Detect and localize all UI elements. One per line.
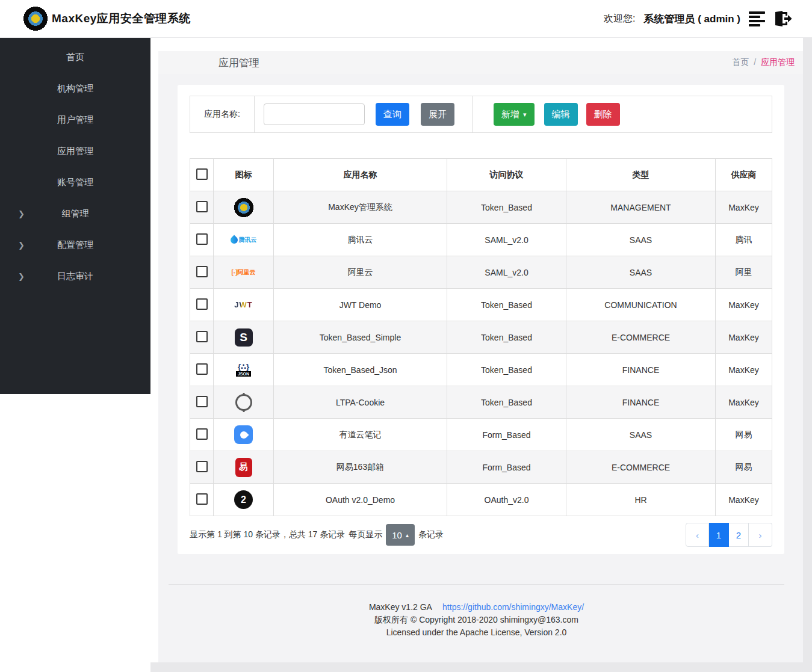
table-row[interactable]: 2OAuth v2.0_DemoOAuth_v2.0HRMaxKey <box>190 484 772 516</box>
app-name-cell: Token_Based_Json <box>274 354 447 386</box>
table-row[interactable]: 有道云笔记Form_BasedSAAS网易 <box>190 419 772 451</box>
protocol-cell: Token_Based <box>447 191 566 224</box>
edit-button[interactable]: 编辑 <box>544 103 578 126</box>
sidebar-item-0[interactable]: 首页 <box>0 42 150 73</box>
breadcrumb: 首页 / 应用管理 <box>732 57 795 68</box>
row-checkbox[interactable] <box>196 493 208 505</box>
current-user: 系统管理员 ( admin ) <box>643 12 740 26</box>
youdao-icon <box>230 422 258 448</box>
select-all-checkbox[interactable] <box>196 168 208 180</box>
search-toolbar: 应用名称: 查询 展开 新增▾ 编辑 删除 <box>190 96 772 133</box>
row-checkbox[interactable] <box>196 363 208 375</box>
type-cell: FINANCE <box>566 386 716 419</box>
vendor-cell: MaxKey <box>716 386 772 419</box>
table-row[interactable]: 腾讯云腾讯云SAML_v2.0SAAS腾讯 <box>190 224 772 256</box>
pager: ‹12› <box>686 523 772 547</box>
simple-icon: S <box>230 325 258 350</box>
chevron-right-icon: ❯ <box>18 272 25 281</box>
sidebar-item-7[interactable]: ❯日志审计 <box>0 260 150 292</box>
page-button-2[interactable]: 2 <box>729 523 749 547</box>
table-row[interactable]: MaxKey管理系统Token_BasedMANAGEMENTMaxKey <box>190 191 772 224</box>
row-checkbox[interactable] <box>196 331 208 342</box>
table-row[interactable]: LTPA-CookieToken_BasedFINANCEMaxKey <box>190 386 772 419</box>
maxkey-logo-icon <box>230 195 258 220</box>
caret-down-icon: ▾ <box>523 111 527 119</box>
vendor-cell: 腾讯 <box>716 224 772 256</box>
sidebar-item-4[interactable]: 账号管理 <box>0 167 150 198</box>
aliyun-icon: [-]阿里云 <box>230 260 258 285</box>
table-row[interactable]: [-]阿里云阿里云SAML_v2.0SAAS阿里 <box>190 256 772 289</box>
vendor-cell: 网易 <box>716 419 772 451</box>
sidebar-item-label: 账号管理 <box>57 177 93 188</box>
menu-icon[interactable] <box>749 11 765 26</box>
query-button[interactable]: 查询 <box>376 103 409 126</box>
table-row[interactable]: {∴}JSONToken_Based_JsonToken_BasedFINANC… <box>190 354 772 386</box>
sidebar-item-6[interactable]: ❯配置管理 <box>0 229 150 260</box>
footer-version-line: MaxKey v1.2 GA https://github.com/shimin… <box>169 601 784 614</box>
page-button-1[interactable]: 1 <box>709 523 729 547</box>
row-checkbox[interactable] <box>196 428 208 440</box>
json-icon: {∴}JSON <box>230 357 258 383</box>
oauth2-icon: 2 <box>230 487 258 513</box>
sidebar-item-3[interactable]: 应用管理 <box>0 135 150 167</box>
vertical-scrollbar-track[interactable] <box>803 38 812 672</box>
expand-button[interactable]: 展开 <box>421 103 454 126</box>
row-checkbox[interactable] <box>196 266 208 277</box>
maxkey-app-window: MaxKey应用安全管理系统 欢迎您: 系统管理员 ( admin ) 首页机构… <box>0 0 812 672</box>
sidebar-item-label: 配置管理 <box>57 239 93 251</box>
sidebar-item-label: 首页 <box>66 52 84 63</box>
body-row: 首页机构管理用户管理应用管理账号管理❯组管理❯配置管理❯日志审计 应用管理 首页… <box>0 38 812 672</box>
protocol-cell: SAML_v2.0 <box>447 256 566 289</box>
github-link[interactable]: https://github.com/shimingxy/MaxKey/ <box>442 602 584 612</box>
type-cell: COMMUNICATION <box>566 289 716 321</box>
protocol-cell: Token_Based <box>447 321 566 354</box>
app-name-cell: LTPA-Cookie <box>274 386 447 419</box>
menu-icon-bars <box>749 11 765 26</box>
sidebar-item-label: 组管理 <box>62 208 89 220</box>
table-row[interactable]: 易网易163邮箱Form_BasedE-COMMERCE网易 <box>190 451 772 484</box>
ltpa-icon <box>230 390 258 415</box>
logout-icon[interactable] <box>773 10 792 28</box>
row-checkbox[interactable] <box>196 233 208 245</box>
sidebar-item-label: 机构管理 <box>57 83 93 94</box>
prev-page-button[interactable]: ‹ <box>686 523 709 547</box>
app-name-input[interactable] <box>264 103 365 125</box>
row-checkbox[interactable] <box>196 298 208 310</box>
footer-version: MaxKey v1.2 GA <box>369 602 432 612</box>
row-checkbox[interactable] <box>196 201 208 212</box>
footer-license: Licensed under the Apache License, Versi… <box>169 626 784 639</box>
row-checkbox[interactable] <box>196 396 208 407</box>
brand-title: MaxKey应用安全管理系统 <box>52 11 191 26</box>
type-cell: E-COMMERCE <box>566 321 716 354</box>
horizontal-scrollbar-track[interactable] <box>150 662 812 672</box>
delete-button[interactable]: 删除 <box>586 103 620 126</box>
protocol-cell: Form_Based <box>447 419 566 451</box>
app-name-cell: JWT Demo <box>274 289 447 321</box>
table-row[interactable]: JWTJWT DemoToken_BasedCOMMUNICATIONMaxKe… <box>190 289 772 321</box>
page-size-dropdown[interactable]: 10 ▴ <box>386 524 415 546</box>
add-button[interactable]: 新增▾ <box>494 103 535 126</box>
app-name-cell: Token_Based_Simple <box>274 321 447 354</box>
next-page-button[interactable]: › <box>749 523 772 547</box>
main-area: 应用管理 首页 / 应用管理 应用名称: 查询 展开 新增▾ <box>150 38 812 672</box>
type-cell: E-COMMERCE <box>566 451 716 484</box>
table-row[interactable]: SToken_Based_SimpleToken_BasedE-COMMERCE… <box>190 321 772 354</box>
vendor-cell: MaxKey <box>716 484 772 516</box>
app-name-cell: OAuth v2.0_Demo <box>274 484 447 516</box>
sidebar-item-2[interactable]: 用户管理 <box>0 104 150 135</box>
breadcrumb-home-link[interactable]: 首页 <box>732 57 749 67</box>
app-name-cell: 腾讯云 <box>274 224 447 256</box>
sidebar: 首页机构管理用户管理应用管理账号管理❯组管理❯配置管理❯日志审计 <box>0 38 150 394</box>
protocol-cell: Token_Based <box>447 354 566 386</box>
protocol-cell: Token_Based <box>447 289 566 321</box>
column-header: 供应商 <box>716 159 772 191</box>
sidebar-item-5[interactable]: ❯组管理 <box>0 198 150 229</box>
apps-panel: 应用名称: 查询 展开 新增▾ 编辑 删除 <box>178 85 784 554</box>
chevron-right-icon: ❯ <box>18 241 25 250</box>
protocol-cell: SAML_v2.0 <box>447 224 566 256</box>
row-checkbox[interactable] <box>196 461 208 472</box>
vendor-cell: 网易 <box>716 451 772 484</box>
per-page-label: 每页显示 <box>349 529 382 540</box>
sidebar-item-1[interactable]: 机构管理 <box>0 73 150 104</box>
column-header: 应用名称 <box>274 159 447 191</box>
